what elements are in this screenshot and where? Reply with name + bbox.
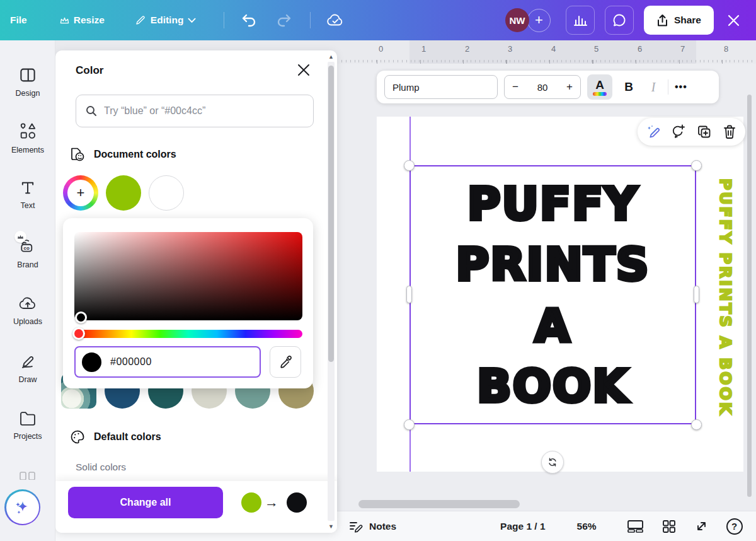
- rainbow-color-bar: [593, 92, 607, 96]
- saturation-brightness-area[interactable]: [74, 232, 302, 320]
- add-color-swatch[interactable]: +: [63, 175, 98, 211]
- change-from-swatch: [241, 492, 261, 513]
- comments-button[interactable]: [605, 6, 634, 35]
- hue-slider[interactable]: [74, 330, 302, 338]
- horizontal-scrollbar[interactable]: [358, 500, 520, 508]
- color-search-box: [76, 95, 314, 127]
- share-button[interactable]: Share: [644, 6, 714, 35]
- plus-icon: +: [535, 12, 543, 28]
- close-editor-button[interactable]: [728, 15, 740, 26]
- resize-handle-top-right[interactable]: [691, 160, 702, 171]
- document-colors-header: Document colors: [69, 146, 176, 163]
- sidebar-item-brand[interactable]: co Brand: [0, 236, 55, 269]
- resize-handle-bottom-left[interactable]: [404, 419, 415, 430]
- bold-button[interactable]: B: [619, 80, 639, 94]
- sidebar-item-design[interactable]: Design: [0, 66, 55, 98]
- file-menu-button[interactable]: File: [10, 15, 27, 26]
- resize-handle-bottom-right[interactable]: [691, 419, 702, 430]
- hue-slider-handle[interactable]: [72, 327, 85, 340]
- close-panel-button[interactable]: [297, 63, 312, 78]
- resize-button[interactable]: Resize: [60, 15, 105, 26]
- add-comment-button[interactable]: [669, 122, 688, 141]
- editing-label: Editing: [151, 15, 184, 26]
- sidebar-item-elements[interactable]: Elements: [0, 121, 55, 154]
- presentation-view-button[interactable]: [627, 519, 644, 533]
- scroll-up-arrow[interactable]: ▲: [328, 53, 335, 61]
- user-avatar[interactable]: NW: [505, 8, 529, 32]
- duplicate-button[interactable]: [695, 122, 714, 141]
- share-label: Share: [674, 15, 701, 26]
- magic-ai-button[interactable]: [4, 489, 40, 525]
- decrease-size-button[interactable]: −: [512, 81, 518, 93]
- page-indicator[interactable]: Page 1 / 1: [500, 521, 546, 532]
- resize-handle-middle-left[interactable]: [406, 286, 412, 303]
- text-color-button[interactable]: A: [587, 74, 612, 100]
- elements-shapes-icon: [18, 121, 38, 141]
- eyedropper-button[interactable]: [270, 346, 301, 378]
- arrow-right-icon: →: [265, 494, 278, 511]
- sidebar-label: Brand: [17, 260, 38, 269]
- font-family-selector[interactable]: Plump: [384, 75, 498, 99]
- delete-button[interactable]: [720, 122, 739, 141]
- sidebar-item-text[interactable]: Text: [0, 179, 55, 210]
- zoom-level-value: 56%: [577, 521, 597, 532]
- selection-bounding-box[interactable]: [410, 165, 696, 424]
- zoom-level-control[interactable]: 56%: [577, 521, 597, 532]
- editing-mode-dropdown[interactable]: Editing: [135, 15, 197, 26]
- default-colors-label: Default colors: [94, 431, 161, 443]
- color-panel: Color Document colors +: [55, 50, 337, 533]
- vertical-scrollbar[interactable]: [747, 95, 752, 497]
- canva-editor-screen: File Resize Editing NW: [0, 0, 756, 541]
- text-icon: [19, 179, 37, 197]
- cloud-save-status-icon[interactable]: [326, 13, 345, 28]
- sidebar-item-uploads[interactable]: Uploads: [0, 294, 55, 326]
- sidebar-label: Design: [16, 89, 40, 98]
- projects-folder-icon: [18, 410, 37, 428]
- scrollbar-thumb[interactable]: [328, 66, 334, 362]
- color-panel-footer: Change all →: [55, 481, 337, 533]
- resize-handle-middle-right[interactable]: [694, 286, 699, 303]
- hex-color-input[interactable]: #000000: [74, 346, 261, 378]
- chevron-down-icon: [188, 18, 196, 23]
- document-color-swatch-white[interactable]: [149, 175, 184, 211]
- color-search-input[interactable]: [104, 105, 293, 117]
- notes-button[interactable]: Notes: [348, 520, 396, 533]
- sparkle-stars-icon: [12, 497, 33, 518]
- change-all-button[interactable]: Change all: [68, 487, 223, 518]
- help-button[interactable]: ?: [726, 518, 743, 535]
- add-member-button[interactable]: +: [527, 9, 551, 32]
- ruler-tick-label: 7: [680, 44, 685, 54]
- rotate-handle[interactable]: [541, 451, 564, 474]
- bar-chart-icon: [573, 14, 587, 26]
- resize-handle-top-left[interactable]: [404, 160, 415, 171]
- ruler-tick-label: 5: [594, 44, 598, 54]
- sidebar-item-projects[interactable]: Projects: [0, 410, 55, 441]
- default-colors-header: Default colors: [69, 429, 161, 445]
- grid-view-button[interactable]: [662, 519, 677, 534]
- scroll-down-arrow[interactable]: ▼: [328, 523, 335, 530]
- saturation-cursor[interactable]: [75, 311, 87, 323]
- top-menu-bar: File Resize Editing NW: [0, 0, 756, 40]
- insights-button[interactable]: [566, 6, 595, 35]
- ruler-tick-label: 8: [724, 44, 728, 54]
- sidebar-item-draw[interactable]: Draw: [0, 352, 55, 384]
- hex-value: #000000: [110, 356, 152, 368]
- font-size-stepper: − 80 +: [504, 75, 581, 99]
- help-question-mark: ?: [731, 521, 737, 532]
- italic-button[interactable]: I: [645, 80, 662, 95]
- document-color-swatch-green[interactable]: [106, 175, 141, 211]
- vertical-text-content: PUFFY PRINTS A BOOK: [716, 178, 735, 416]
- increase-size-button[interactable]: +: [566, 81, 573, 93]
- font-size-value[interactable]: 80: [537, 82, 548, 93]
- fullscreen-button[interactable]: [694, 519, 709, 533]
- panel-scrollbar[interactable]: ▲ ▼: [328, 53, 335, 530]
- apps-grid-icon[interactable]: [19, 471, 37, 480]
- text-color-letter: A: [595, 79, 604, 91]
- notes-label: Notes: [369, 521, 396, 532]
- vertical-text-element[interactable]: PUFFY PRINTS A BOOK: [711, 174, 740, 421]
- more-options-button[interactable]: •••: [675, 81, 687, 93]
- magic-edit-button[interactable]: [644, 122, 663, 141]
- undo-button[interactable]: [241, 13, 257, 28]
- redo-button[interactable]: [276, 13, 292, 28]
- solid-colors-label: Solid colors: [76, 462, 126, 473]
